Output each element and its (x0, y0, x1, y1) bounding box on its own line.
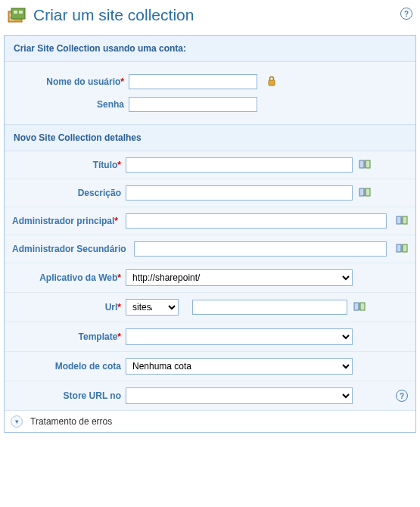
svg-rect-8 (359, 160, 364, 168)
book-icon[interactable] (396, 215, 408, 228)
row-descricao: Descrição (5, 179, 415, 207)
password-label: Senha (15, 99, 129, 110)
admin-principal-input[interactable] (126, 213, 387, 229)
admin-secundario-input[interactable] (134, 241, 387, 257)
descricao-input[interactable] (126, 185, 353, 201)
site-collection-icon (8, 7, 26, 23)
cota-label: Modelo de cota (12, 361, 126, 372)
row-url: Url* sites/ (5, 292, 415, 322)
svg-rect-21 (360, 303, 365, 310)
admin-principal-label: Administrador principal* (12, 216, 123, 226)
cota-select[interactable]: Nenhuma cota (126, 358, 353, 375)
svg-rect-7 (269, 80, 275, 86)
password-input[interactable] (129, 97, 257, 112)
row-username: Nome do usuário* (8, 68, 412, 95)
row-admin-principal: Administrador principal* (5, 207, 415, 235)
username-input[interactable] (129, 74, 257, 89)
svg-rect-9 (366, 160, 370, 168)
form-panel: Criar Site Collection usando uma conta: … (4, 35, 416, 433)
help-icon[interactable]: ? (396, 390, 408, 402)
footer-bar: ▾ Tratamento de erros (5, 410, 415, 432)
template-label: Template* (12, 331, 126, 342)
svg-rect-15 (403, 216, 407, 224)
svg-rect-18 (403, 244, 407, 252)
expand-button[interactable]: ▾ (11, 415, 23, 428)
section-account-header: Criar Site Collection usando uma conta: (5, 36, 415, 62)
app-web-select[interactable]: http://sharepoint/ (126, 269, 353, 286)
section-account-body: Nome do usuário* Senha (5, 62, 415, 124)
titulo-input[interactable] (126, 157, 353, 173)
svg-rect-12 (366, 188, 370, 196)
row-template: Template* (5, 322, 415, 351)
svg-rect-11 (359, 188, 364, 196)
lock-icon (266, 76, 277, 89)
page-header: Criar um site collection ? (0, 0, 420, 35)
footer-label: Tratamento de erros (30, 416, 112, 427)
username-label: Nome do usuário* (15, 76, 129, 87)
store-select[interactable] (126, 387, 353, 404)
store-label: Store URL no (12, 390, 126, 401)
book-icon[interactable] (359, 187, 371, 200)
svg-rect-4 (11, 8, 25, 19)
page-title: Criar um site collection (33, 6, 194, 24)
book-icon[interactable] (396, 243, 408, 256)
url-name-input[interactable] (192, 300, 347, 315)
titulo-label: Título* (12, 160, 126, 170)
row-titulo: Título* (5, 151, 415, 179)
svg-rect-14 (397, 216, 401, 224)
descricao-label: Descrição (12, 188, 126, 198)
row-app-web: Aplicativo da Web* http://sharepoint/ (5, 263, 415, 292)
admin-secundario-label: Administrador Secundário (12, 244, 131, 254)
app-web-label: Aplicativo da Web* (12, 272, 126, 283)
chevron-down-icon: ▾ (15, 418, 19, 425)
row-cota: Modelo de cota Nenhuma cota (5, 351, 415, 381)
template-select[interactable] (126, 328, 353, 345)
section-details-header: Novo Site Collection detalhes (5, 124, 415, 151)
svg-rect-6 (19, 11, 23, 14)
row-store: Store URL no ? (5, 381, 415, 410)
book-icon[interactable] (359, 159, 371, 172)
row-password: Senha (8, 95, 412, 118)
row-admin-secundario: Administrador Secundário (5, 235, 415, 263)
svg-rect-20 (354, 303, 359, 310)
svg-rect-17 (397, 244, 401, 252)
section-details-body: Título* Descrição Administrador principa… (5, 151, 415, 410)
help-icon[interactable]: ? (400, 8, 412, 20)
book-icon[interactable] (353, 301, 366, 314)
url-path-select[interactable]: sites/ (126, 299, 179, 316)
svg-rect-5 (14, 11, 17, 14)
url-label: Url* (12, 302, 126, 313)
